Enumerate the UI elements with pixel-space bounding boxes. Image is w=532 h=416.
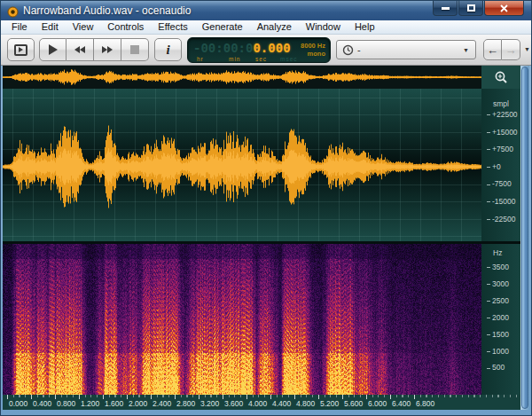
time-major-tick (151, 395, 152, 399)
play-selection-icon (14, 44, 27, 56)
time-tick-label: 1.200 (81, 399, 99, 408)
back-button[interactable]: ← (483, 39, 502, 60)
time-tick-label: 1.600 (105, 399, 123, 408)
time-unit-hr: hr (197, 56, 204, 62)
amplitude-tick: +7500 (487, 145, 513, 153)
waveform-overview[interactable] (3, 66, 481, 89)
amplitude-tick: -15000 (487, 197, 515, 206)
time-tick-label: 0.000 (9, 399, 27, 408)
time-tick-label: 2.800 (176, 399, 195, 408)
combo-dropdown-icon: ▼ (463, 47, 469, 53)
menu-item-edit[interactable]: Edit (35, 20, 66, 34)
play-icon (49, 44, 58, 55)
spectrogram-canvas[interactable] (3, 244, 481, 395)
menu-item-window[interactable]: Window (299, 20, 348, 34)
caption-buttons (432, 1, 524, 16)
menu-item-effects[interactable]: Effects (151, 20, 194, 34)
zoom-button[interactable] (481, 66, 521, 89)
time-format-select[interactable]: - ▼ (336, 40, 476, 59)
time-major-tick (366, 395, 367, 399)
time-tick-label: 3.600 (224, 399, 243, 408)
time-tick-label: 3.200 (200, 399, 219, 408)
maximize-icon (467, 4, 475, 12)
transport-controls: i (7, 38, 182, 61)
time-major-tick (175, 395, 176, 399)
time-major-tick (199, 395, 200, 399)
play-button[interactable] (39, 38, 66, 61)
time-major-tick (31, 395, 32, 399)
menu-item-view[interactable]: View (66, 20, 101, 34)
fast-forward-button[interactable] (94, 38, 121, 61)
waveform-view[interactable] (3, 89, 481, 241)
frequency-tick: 500 (487, 363, 505, 372)
menu-item-controls[interactable]: Controls (100, 20, 151, 34)
app-window: Narrowband Audio.wav - ocenaudio FileEdi… (0, 0, 532, 416)
app-icon (7, 5, 19, 17)
time-major-tick (390, 395, 391, 399)
minor-ticks (7, 395, 517, 397)
spectrogram-view[interactable] (3, 244, 481, 395)
time-major-tick (342, 395, 343, 399)
info-button[interactable]: i (154, 38, 182, 61)
scrollbar-thumb[interactable] (521, 67, 528, 409)
time-tick-label: 2.000 (129, 399, 147, 408)
time-major-tick (294, 395, 295, 399)
play-selection-button[interactable] (7, 38, 35, 61)
frequency-tick: 2000 (487, 313, 509, 322)
amplitude-tick: -22500 (487, 215, 515, 224)
title-bar: Narrowband Audio.wav - ocenaudio (1, 1, 531, 20)
time-tick-label: 4.000 (248, 399, 267, 408)
close-button[interactable] (484, 1, 524, 16)
close-icon (500, 4, 508, 12)
time-major-tick (270, 395, 271, 399)
time-major-tick (318, 395, 319, 399)
forward-button[interactable]: → (502, 39, 520, 60)
menu-item-file[interactable]: File (4, 20, 35, 34)
minimize-icon (442, 7, 450, 10)
frequency-tick: 3000 (487, 279, 509, 288)
time-major-tick (414, 395, 415, 399)
time-unit-sec: sec (255, 56, 267, 62)
menu-item-help[interactable]: Help (348, 20, 382, 34)
rewind-button[interactable] (66, 38, 94, 61)
frequency-tick: 2500 (487, 296, 509, 305)
info-icon: i (166, 43, 169, 58)
magnifier-icon (494, 70, 509, 85)
waveform-canvas[interactable] (3, 89, 481, 241)
time-major-tick (103, 395, 104, 399)
stop-button[interactable] (121, 38, 149, 61)
amplitude-tick: -7500 (487, 179, 512, 188)
time-unit-min: min (229, 56, 240, 62)
time-tick-label: 0.400 (33, 399, 51, 408)
frequency-ruler: Hz 350030002500200015001000500 (481, 244, 521, 395)
sample-rate: 8000 Hz (301, 42, 325, 50)
time-major-tick (7, 395, 8, 399)
time-major-tick (223, 395, 223, 399)
history-nav: ← → (483, 39, 520, 60)
time-major-tick (79, 395, 80, 399)
amplitude-tick: +0 (487, 162, 501, 171)
time-tick-label: 6.800 (416, 399, 434, 408)
time-display-value: 0.000 (253, 41, 290, 55)
time-tick-label: 0.800 (57, 399, 75, 408)
time-major-tick (127, 395, 128, 399)
vertical-scrollbar[interactable] (520, 66, 529, 410)
minimize-button[interactable] (433, 1, 458, 16)
maximize-button[interactable] (458, 1, 483, 16)
frequency-tick: 3500 (487, 263, 509, 271)
time-major-tick (246, 395, 247, 399)
time-unit-msec: msec (280, 56, 298, 62)
time-display: -00:00:00.000 hr min sec msec 8000 Hz mo… (187, 37, 331, 63)
overview-canvas[interactable] (3, 66, 481, 89)
clock-icon (342, 44, 354, 56)
menu-item-analyze[interactable]: Analyze (250, 20, 299, 34)
menu-item-generate[interactable]: Generate (195, 20, 250, 34)
amplitude-unit: smpl (493, 99, 509, 108)
time-major-tick (55, 395, 56, 399)
nav-caret-icon[interactable]: ▼ (524, 46, 530, 52)
window-title: Narrowband Audio.wav - ocenaudio (23, 4, 191, 17)
back-icon: ← (487, 43, 498, 57)
time-tick-label: 5.600 (344, 399, 363, 408)
forward-icon: → (505, 43, 517, 57)
time-tick-label: 6.000 (368, 399, 387, 408)
